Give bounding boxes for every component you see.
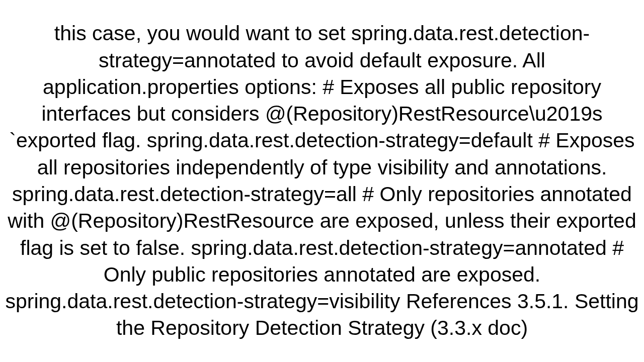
document-body-text: this case, you would want to set spring.… xyxy=(5,20,639,342)
